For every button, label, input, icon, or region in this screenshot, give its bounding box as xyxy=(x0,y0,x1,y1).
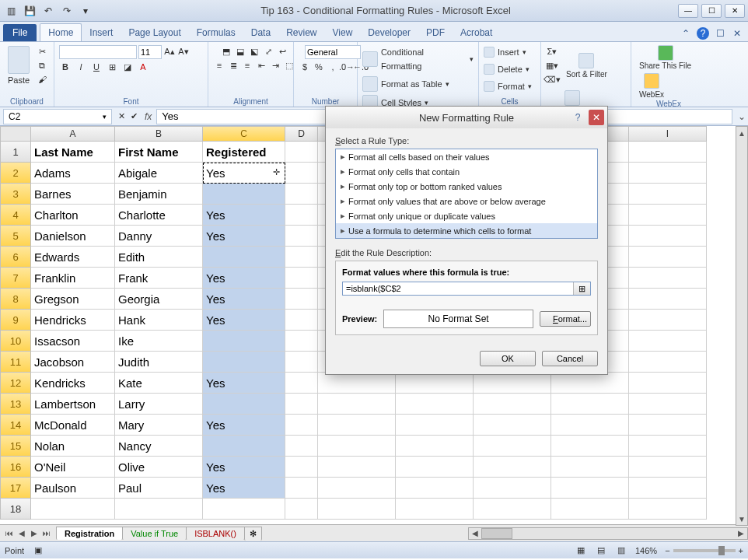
rule-type-list[interactable]: ▸Format all cells based on their values▸… xyxy=(335,149,598,239)
tab-pdf[interactable]: PDF xyxy=(418,24,453,41)
row-header[interactable]: 4 xyxy=(0,205,31,226)
row-header[interactable]: 6 xyxy=(0,247,31,268)
cell[interactable]: Charlton xyxy=(31,205,115,226)
rule-type-option[interactable]: ▸Format only values that are above or be… xyxy=(336,194,597,208)
cell[interactable] xyxy=(474,415,551,436)
row-header[interactable]: 3 xyxy=(0,184,31,205)
row-header[interactable]: 18 xyxy=(0,499,31,520)
rule-type-option[interactable]: ▸Format only cells that contain xyxy=(336,164,597,179)
col-header-b[interactable]: B xyxy=(115,126,203,142)
cell[interactable] xyxy=(551,457,629,478)
tab-review[interactable]: Review xyxy=(278,24,324,41)
cell[interactable] xyxy=(629,310,707,331)
cell[interactable] xyxy=(203,331,285,352)
cell[interactable] xyxy=(629,289,707,310)
col-header-c[interactable]: C xyxy=(203,126,285,142)
rule-type-option[interactable]: ▸Format all cells based on their values xyxy=(336,149,597,164)
format-painter-icon[interactable]: 🖌 xyxy=(36,73,48,86)
cell[interactable]: Danielson xyxy=(31,226,115,247)
cell[interactable] xyxy=(629,352,707,373)
cell[interactable] xyxy=(203,436,285,457)
cancel-button[interactable]: Cancel xyxy=(542,351,598,366)
cell[interactable] xyxy=(551,436,629,457)
cell[interactable] xyxy=(203,394,285,415)
help-icon[interactable]: ? xyxy=(697,27,709,40)
increase-indent-icon[interactable]: ⇥ xyxy=(269,59,281,72)
cell[interactable]: Edwards xyxy=(31,247,115,268)
cell[interactable]: Issacson xyxy=(31,331,115,352)
cell[interactable]: Georgia xyxy=(115,289,203,310)
rule-type-option[interactable]: ▸Use a formula to determine which cells … xyxy=(336,223,597,238)
cell[interactable] xyxy=(629,478,707,499)
cell[interactable] xyxy=(629,142,707,163)
scroll-right-icon[interactable]: ▶ xyxy=(735,528,747,539)
select-all-corner[interactable] xyxy=(0,126,31,142)
row-header[interactable]: 16 xyxy=(0,457,31,478)
row-header[interactable]: 1 xyxy=(0,142,31,163)
file-tab[interactable]: File xyxy=(3,24,37,41)
align-bottom-icon[interactable]: ⬕ xyxy=(248,45,260,58)
sheet-nav-last-icon[interactable]: ⏭ xyxy=(40,527,53,540)
cell[interactable] xyxy=(203,499,285,520)
cell[interactable] xyxy=(629,394,707,415)
redo-icon[interactable]: ↷ xyxy=(59,3,75,19)
cut-icon[interactable]: ✂ xyxy=(36,45,48,58)
cell[interactable] xyxy=(285,184,318,205)
cell[interactable] xyxy=(318,457,396,478)
format-button[interactable]: Format... xyxy=(540,311,591,327)
horizontal-scrollbar[interactable]: ◀ ▶ xyxy=(468,527,748,540)
conditional-formatting-button[interactable]: Conditional Formatting▾ xyxy=(362,45,474,73)
cell[interactable] xyxy=(396,373,474,394)
ok-button[interactable]: OK xyxy=(480,351,536,366)
cell[interactable] xyxy=(285,142,318,163)
cell[interactable]: O'Neil xyxy=(31,457,115,478)
cell[interactable] xyxy=(285,373,318,394)
tab-formulas[interactable]: Formulas xyxy=(189,24,243,41)
cell[interactable]: Abigale xyxy=(115,163,203,184)
font-size-select[interactable] xyxy=(138,45,162,59)
delete-cells-button[interactable]: Delete▾ xyxy=(484,62,530,76)
cell[interactable] xyxy=(203,352,285,373)
dialog-close-icon[interactable]: ✕ xyxy=(589,110,604,125)
sort-filter-button[interactable]: Sort & Filter xyxy=(563,53,610,79)
cell[interactable]: Last Name xyxy=(31,142,115,163)
tab-developer[interactable]: Developer xyxy=(360,24,418,41)
row-header[interactable]: 5 xyxy=(0,226,31,247)
cancel-formula-icon[interactable]: ✕ xyxy=(115,110,128,123)
cell[interactable] xyxy=(318,394,396,415)
cell[interactable]: Paul xyxy=(115,478,203,499)
sheet-tab-registration[interactable]: Registration xyxy=(56,527,123,540)
zoom-in-icon[interactable]: + xyxy=(739,546,743,555)
sheet-nav-first-icon[interactable]: ⏮ xyxy=(3,527,16,540)
dialog-titlebar[interactable]: New Formatting Rule ? ✕ xyxy=(326,107,607,128)
cell[interactable] xyxy=(318,478,396,499)
cell[interactable] xyxy=(285,394,318,415)
cell[interactable] xyxy=(629,499,707,520)
cell[interactable]: Benjamin xyxy=(115,184,203,205)
cell[interactable] xyxy=(115,499,203,520)
cell[interactable] xyxy=(551,394,629,415)
row-header[interactable]: 17 xyxy=(0,478,31,499)
row-header[interactable]: 15 xyxy=(0,436,31,457)
minimize-button[interactable]: — xyxy=(678,4,698,18)
scroll-down-icon[interactable]: ▼ xyxy=(736,513,747,525)
cell[interactable] xyxy=(285,331,318,352)
cell[interactable]: Judith xyxy=(115,352,203,373)
cell[interactable] xyxy=(285,163,318,184)
cell[interactable]: Yes xyxy=(203,205,285,226)
cell[interactable] xyxy=(629,268,707,289)
cell[interactable]: Yes xyxy=(203,268,285,289)
cell[interactable] xyxy=(396,478,474,499)
tab-view[interactable]: View xyxy=(325,24,361,41)
orientation-icon[interactable]: ⤢ xyxy=(262,45,274,58)
bold-icon[interactable]: B xyxy=(59,61,72,73)
increase-decimal-icon[interactable]: .0→ xyxy=(341,61,353,73)
sheet-tab-value-if-true[interactable]: Value if True xyxy=(122,527,187,540)
underline-icon[interactable]: U xyxy=(90,61,103,73)
wrap-text-icon[interactable]: ↩ xyxy=(276,45,288,58)
cell[interactable]: Lambertson xyxy=(31,394,115,415)
cell[interactable] xyxy=(318,499,396,520)
col-header-d[interactable]: D xyxy=(285,126,318,142)
enter-formula-icon[interactable]: ✔ xyxy=(128,110,140,123)
row-header[interactable]: 9 xyxy=(0,310,31,331)
